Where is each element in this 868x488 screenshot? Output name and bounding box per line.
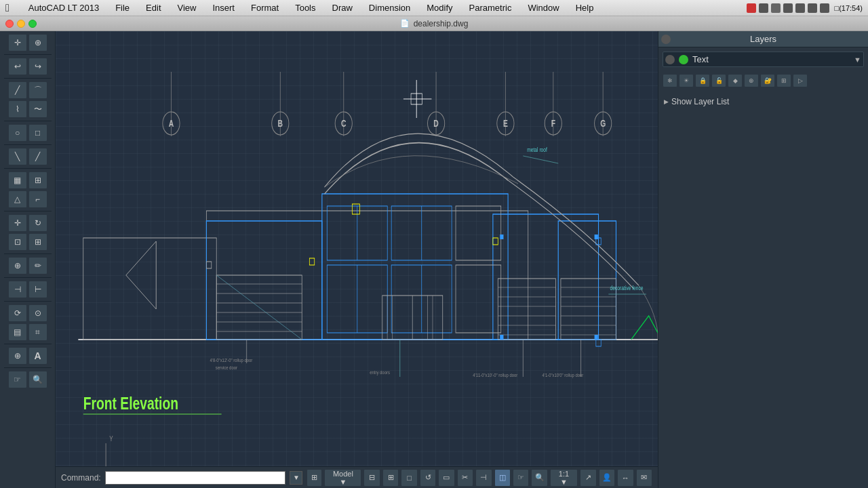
inquiry-tool[interactable]: ⊕ xyxy=(8,347,27,365)
minimize-button[interactable] xyxy=(17,20,25,28)
menu-draw[interactable]: Draw xyxy=(330,3,355,13)
close-button[interactable] xyxy=(5,20,14,28)
spline-tool[interactable]: 〜 xyxy=(28,100,47,118)
layer-icon-8[interactable]: ⊞ xyxy=(776,74,791,87)
ducs-button[interactable]: ⊣ xyxy=(475,469,492,487)
zoom-realtime-tool[interactable]: 🔍 xyxy=(28,371,47,388)
separator-1 xyxy=(4,54,52,55)
transparency-button[interactable]: ☞ xyxy=(513,469,529,487)
menu-format[interactable]: Format xyxy=(248,3,281,13)
menu-file[interactable]: File xyxy=(113,3,132,13)
model-button[interactable]: Model ▼ xyxy=(324,469,361,487)
layer-color-dot[interactable] xyxy=(679,55,688,64)
menu-parametric[interactable]: Parametric xyxy=(467,3,515,13)
diagonal-line-tool[interactable]: ╲ xyxy=(8,148,27,165)
crosshair-tool[interactable]: ⊕ xyxy=(8,257,27,274)
layer-icon-7[interactable]: 🔐 xyxy=(760,74,775,87)
apple-menu[interactable]:  xyxy=(5,2,9,14)
layer-icon-4[interactable]: 🔓 xyxy=(711,74,726,87)
layer-dropdown-arrow[interactable]: ▼ xyxy=(854,56,861,64)
menu-icons xyxy=(747,3,829,13)
menubar:  AutoCAD LT 2013 File Edit View Insert … xyxy=(0,0,868,16)
polar-button[interactable]: ↺ xyxy=(420,469,436,487)
corner-tool[interactable]: ⌐ xyxy=(28,190,47,208)
zoom-tool[interactable]: ⊕ xyxy=(28,34,47,52)
redo-tool[interactable]: ↪ xyxy=(28,58,47,75)
scale-button[interactable]: 1:1 ▼ xyxy=(550,469,578,487)
menu-tools[interactable]: Tools xyxy=(292,3,318,13)
snap-grid-button[interactable]: ⊟ xyxy=(363,469,380,487)
otrack-button[interactable]: ✂ xyxy=(457,469,473,487)
separator-9 xyxy=(4,301,52,302)
lock-ui-button[interactable]: ↔ xyxy=(617,469,633,487)
pan-tool[interactable]: ✛ xyxy=(8,34,27,52)
command-input[interactable] xyxy=(105,471,286,485)
mirror-tool[interactable]: ⊞ xyxy=(28,233,47,251)
menu-modify[interactable]: Modify xyxy=(424,3,455,13)
toolbar-row-15: ⊕ A xyxy=(8,347,47,365)
triangle-tool[interactable]: △ xyxy=(8,190,27,208)
osnap-button[interactable]: ▭ xyxy=(438,469,454,487)
grid-tool[interactable]: ⊞ xyxy=(28,171,47,189)
toolbar-row-14: ▤ ⌗ xyxy=(8,323,47,341)
svg-rect-22 xyxy=(83,238,216,340)
line-tool[interactable]: ╱ xyxy=(8,81,27,99)
ortho-button[interactable]: □ xyxy=(401,469,417,487)
panel-titlebar: Layers xyxy=(658,31,868,47)
layer-icon-1[interactable]: ❄ xyxy=(663,74,677,87)
maximize-button[interactable] xyxy=(28,20,37,28)
layout-button[interactable]: ⊞ xyxy=(307,469,322,487)
menu-help[interactable]: Help xyxy=(573,3,597,13)
svg-line-46 xyxy=(216,275,302,340)
workspace-button[interactable]: 👤 xyxy=(599,469,615,487)
undo-tool[interactable]: ↩ xyxy=(8,58,27,75)
text-tool[interactable]: A xyxy=(28,347,47,365)
layer-visibility-dot[interactable] xyxy=(665,55,675,64)
drawing-area[interactable]: A B C D E F G xyxy=(56,31,658,488)
diagonal-line-tool2[interactable]: ╱ xyxy=(28,148,47,165)
menu-edit[interactable]: Edit xyxy=(143,3,163,13)
show-layer-list[interactable]: ▶ Show Layer List xyxy=(663,94,864,109)
pencil-tool[interactable]: ✏ xyxy=(28,257,47,274)
toolbar-row-1: ✛ ⊕ xyxy=(8,34,47,52)
layer-icon-5[interactable]: ◆ xyxy=(728,74,743,87)
snap-button[interactable]: ⊞ xyxy=(382,469,399,487)
window-title: dealership.dwg xyxy=(414,19,469,28)
layer-icon-3[interactable]: 🔒 xyxy=(695,74,710,87)
layer-icon-2[interactable]: ☀ xyxy=(679,74,694,87)
statusbar-settings-button[interactable]: ✉ xyxy=(636,469,652,487)
move-tool[interactable]: ✛ xyxy=(8,214,27,232)
scale-tool[interactable]: ⊡ xyxy=(8,233,27,251)
svg-text:E: E xyxy=(503,119,508,129)
view-tool[interactable]: ▤ xyxy=(8,323,27,341)
circle-tool[interactable]: ○ xyxy=(8,124,27,142)
menu-insert[interactable]: Insert xyxy=(210,3,237,13)
menu-view[interactable]: View xyxy=(175,3,199,13)
hand-tool[interactable]: ☞ xyxy=(8,371,27,388)
rect-tool[interactable]: □ xyxy=(28,124,47,142)
walkthrough-tool[interactable]: ⊙ xyxy=(28,304,47,322)
menubar-right: □(17:54) xyxy=(747,3,863,13)
left-toolbar: ✛ ⊕ ↩ ↪ ╱ ⌒ ⌇ 〜 ○ □ ╲ ╱ ▦ ⊞ xyxy=(0,31,56,488)
annotation-button[interactable]: ↗ xyxy=(580,469,596,487)
snap-tool[interactable]: ⊣ xyxy=(8,281,27,298)
svg-rect-53 xyxy=(498,279,555,340)
camera-tool[interactable]: ⌗ xyxy=(28,323,47,341)
layer-icon-6[interactable]: ⊕ xyxy=(744,74,759,87)
menu-dimension[interactable]: Dimension xyxy=(366,3,413,13)
toolbar-row-10: ⊡ ⊞ xyxy=(8,233,47,251)
lineweight-button[interactable]: ◫ xyxy=(494,469,511,487)
menu-window[interactable]: Window xyxy=(525,3,561,13)
arc-tool[interactable]: ⌒ xyxy=(28,81,47,99)
rotate-tool[interactable]: ↻ xyxy=(28,214,47,232)
quickprops-button[interactable]: 🔍 xyxy=(531,469,547,487)
svg-rect-36 xyxy=(456,265,501,333)
command-arrow-btn[interactable]: ▼ xyxy=(290,471,302,485)
polyline-tool[interactable]: ⌇ xyxy=(8,100,27,118)
layer-icon-9[interactable]: ▷ xyxy=(793,74,808,87)
offset-tool[interactable]: ⊢ xyxy=(28,281,47,298)
svg-text:C: C xyxy=(341,119,347,129)
panel-close-button[interactable] xyxy=(661,35,671,44)
hatch-tool[interactable]: ▦ xyxy=(8,171,27,189)
3d-orbit-tool[interactable]: ⟳ xyxy=(8,304,27,322)
